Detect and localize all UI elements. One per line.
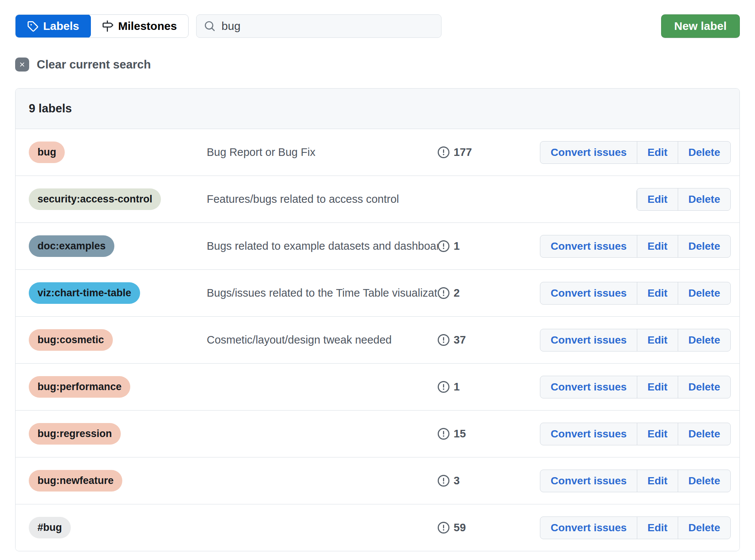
issue-opened-icon — [438, 381, 449, 393]
open-issues-count[interactable]: 15 — [438, 428, 540, 440]
label-badge[interactable]: bug:cosmetic — [29, 329, 113, 351]
delete-button[interactable]: Delete — [678, 142, 730, 163]
edit-button[interactable]: Edit — [637, 517, 678, 539]
label-actions: Convert issues Edit Delete — [540, 141, 731, 164]
open-issues-count[interactable]: 3 — [438, 474, 540, 487]
label-actions: Convert issues Edit Delete — [540, 235, 731, 258]
convert-issues-button[interactable]: Convert issues — [540, 235, 637, 257]
issue-opened-icon — [438, 428, 449, 440]
milestone-icon — [102, 20, 113, 32]
tag-icon — [27, 20, 38, 32]
label-row: doc:examples Bugs related to example dat… — [16, 222, 739, 269]
open-issues-number: 3 — [454, 474, 460, 487]
open-issues-count[interactable]: 1 — [438, 240, 540, 252]
search-icon — [204, 20, 215, 32]
open-issues-count[interactable]: 2 — [438, 287, 540, 299]
label-badge[interactable]: bug — [29, 142, 65, 163]
open-issues-number: 1 — [454, 240, 460, 252]
label-badge[interactable]: bug:performance — [29, 376, 130, 398]
label-actions: Convert issues Edit Delete — [540, 516, 731, 539]
clear-x-icon — [15, 58, 29, 72]
label-badge[interactable]: viz:chart-time-table — [29, 282, 140, 304]
convert-issues-button[interactable]: Convert issues — [540, 376, 637, 398]
tab-labels[interactable]: Labels — [15, 14, 91, 38]
labels-table-header: 9 labels — [16, 89, 739, 129]
label-row: bug:regression 15 Convert issues Edit De… — [16, 410, 739, 457]
issue-opened-icon — [438, 475, 449, 487]
label-row: bug:performance 1 Convert issues Edit De… — [16, 363, 739, 410]
toolbar-spacer — [441, 14, 661, 38]
delete-button[interactable]: Delete — [678, 376, 730, 398]
delete-button[interactable]: Delete — [678, 235, 730, 257]
label-actions: Convert issues Edit Delete — [540, 376, 731, 398]
label-description: Features/bugs related to access control — [207, 193, 438, 205]
open-issues-number: 177 — [454, 146, 472, 159]
label-actions: Convert issues Edit Delete — [540, 423, 731, 445]
label-row: bug:cosmetic Cosmetic/layout/design twea… — [16, 316, 739, 363]
label-row: bug:newfeature 3 Convert issues Edit Del… — [16, 457, 739, 504]
open-issues-count[interactable]: 177 — [438, 146, 540, 159]
convert-issues-button[interactable]: Convert issues — [540, 142, 637, 163]
label-actions: Convert issues Edit Delete — [540, 329, 731, 352]
edit-button[interactable]: Edit — [637, 235, 678, 257]
edit-button[interactable]: Edit — [637, 329, 678, 351]
label-row: viz:chart-time-table Bugs/issues related… — [16, 269, 739, 316]
open-issues-count[interactable]: 37 — [438, 334, 540, 346]
issue-opened-icon — [438, 287, 449, 299]
label-description: Bugs/issues related to the Time Table vi… — [207, 287, 438, 299]
open-issues-number: 59 — [454, 521, 466, 534]
label-badge[interactable]: security:access-control — [29, 188, 161, 210]
tab-labels-text: Labels — [43, 20, 79, 33]
tab-milestones[interactable]: Milestones — [90, 15, 188, 37]
labels-table: 9 labels bug Bug Report or Bug Fix 177 C… — [15, 88, 740, 551]
convert-issues-button[interactable]: Convert issues — [540, 329, 637, 351]
edit-button[interactable]: Edit — [637, 470, 678, 492]
convert-issues-button[interactable]: Convert issues — [540, 470, 637, 492]
clear-current-search[interactable]: Clear current search — [15, 58, 151, 72]
delete-button[interactable]: Delete — [678, 188, 730, 210]
label-description: Cosmetic/layout/design tweak needed — [207, 334, 438, 346]
label-badge[interactable]: bug:newfeature — [29, 470, 122, 492]
delete-button[interactable]: Delete — [678, 329, 730, 351]
convert-issues-button[interactable]: Convert issues — [540, 282, 637, 304]
edit-button[interactable]: Edit — [637, 282, 678, 304]
labels-list: bug Bug Report or Bug Fix 177 Convert is… — [16, 129, 739, 551]
label-row: security:access-control Features/bugs re… — [16, 176, 739, 222]
toolbar: Labels Milestones New label — [15, 14, 740, 38]
label-row: bug Bug Report or Bug Fix 177 Convert is… — [16, 129, 739, 176]
open-issues-number: 15 — [454, 428, 466, 440]
open-issues-number: 1 — [454, 381, 460, 393]
search-input[interactable] — [222, 20, 434, 33]
label-actions: Convert issues Edit Delete — [540, 282, 731, 305]
open-issues-number: 37 — [454, 334, 466, 346]
open-issues-number: 2 — [454, 287, 460, 299]
edit-button[interactable]: Edit — [637, 142, 678, 163]
label-row: #bug 59 Convert issues Edit Delete — [16, 504, 739, 551]
label-badge[interactable]: #bug — [29, 517, 71, 538]
convert-issues-button[interactable]: Convert issues — [540, 517, 637, 539]
edit-button[interactable]: Edit — [637, 376, 678, 398]
tab-milestones-text: Milestones — [118, 20, 177, 33]
edit-button[interactable]: Edit — [637, 423, 678, 445]
delete-button[interactable]: Delete — [678, 470, 730, 492]
label-badge[interactable]: bug:regression — [29, 423, 121, 445]
delete-button[interactable]: Delete — [678, 517, 730, 539]
clear-search-label: Clear current search — [37, 58, 151, 72]
label-search-box — [196, 14, 441, 38]
open-issues-count[interactable]: 1 — [438, 381, 540, 393]
edit-button[interactable]: Edit — [637, 188, 678, 210]
label-badge[interactable]: doc:examples — [29, 235, 114, 257]
label-actions: Convert issues Edit Delete — [636, 188, 731, 211]
issue-opened-icon — [438, 146, 449, 158]
label-description: Bug Report or Bug Fix — [207, 146, 438, 159]
delete-button[interactable]: Delete — [678, 423, 730, 445]
labels-count: 9 labels — [29, 102, 72, 115]
convert-issues-button[interactable]: Convert issues — [540, 423, 637, 445]
labels-milestones-switcher: Labels Milestones — [15, 14, 189, 38]
label-actions: Convert issues Edit Delete — [540, 470, 731, 492]
delete-button[interactable]: Delete — [678, 282, 730, 304]
label-description: Bugs related to example datasets and das… — [207, 240, 438, 252]
open-issues-count[interactable]: 59 — [438, 521, 540, 534]
issue-opened-icon — [438, 240, 449, 252]
new-label-button[interactable]: New label — [661, 14, 740, 38]
